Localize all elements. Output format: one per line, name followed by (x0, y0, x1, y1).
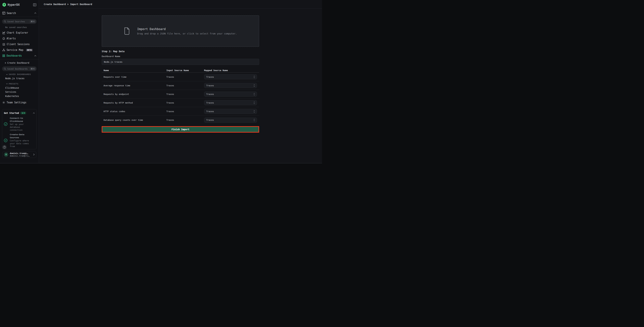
table-row: Requests by HTTP method Traces Traces (102, 98, 259, 107)
select-chevrons-icon (254, 119, 255, 121)
gear-icon (2, 101, 5, 104)
finish-import-button[interactable]: Finish Import (102, 127, 258, 132)
table-header-row: Name Input Source Name Mapped Source Nam… (102, 68, 259, 73)
breadcrumb: Create Dashboard > Import Dashboard (39, 0, 322, 8)
select-chevrons-icon (254, 76, 255, 78)
command-icon (31, 20, 32, 22)
dashboard-name-input[interactable]: Node.js traces (102, 59, 259, 65)
user-menu[interactable]: D dominic.tran@c… dominic.tran@cli… (2, 151, 36, 158)
get-started-title: Get Started (4, 112, 19, 114)
bell-icon (2, 37, 5, 40)
import-dashboard-page: Import Dashboard Drag and drop a JSON fi… (39, 8, 322, 164)
mapped-source-select[interactable]: Traces (204, 118, 257, 122)
input-source-name: Traces (166, 110, 204, 113)
select-chevrons-icon (254, 102, 255, 104)
sidebar-section-search[interactable]: Search (0, 10, 39, 17)
presets-group[interactable]: PRESETS (0, 82, 39, 86)
table-row: Requests by endpoint Traces Traces (102, 90, 259, 98)
sidebar-item-dashboards[interactable]: Dashboards (0, 53, 39, 58)
command-icon (31, 68, 32, 70)
mapped-source-select[interactable]: Traces (204, 109, 257, 114)
user-name: dominic.tran@c… (10, 152, 32, 155)
dashboards-icon (2, 54, 5, 57)
sidebar-item-service-map[interactable]: Service Map BETA (0, 47, 39, 53)
search-icon (4, 20, 6, 23)
saved-searches-input[interactable]: Saved Searches K (2, 19, 37, 24)
file-icon (124, 27, 130, 35)
dashboard-name-label: Dashboard Name (102, 55, 259, 58)
select-chevrons-icon (254, 84, 255, 87)
avatar: D (4, 152, 8, 157)
preset-kubernetes[interactable]: Kubernetes (0, 94, 39, 98)
user-email: dominic.tran@cli… (10, 155, 32, 157)
chevron-down-icon (6, 74, 8, 75)
input-source-name: Traces (166, 119, 204, 121)
beta-badge: BETA (26, 49, 32, 51)
breadcrumb-create-dashboard[interactable]: Create Dashboard (44, 3, 66, 6)
column-header-name: Name (104, 69, 166, 72)
chevron-up-icon (34, 55, 36, 56)
dropzone-texts: Import Dashboard Drag and drop a JSON fi… (137, 27, 237, 35)
breadcrumb-import-dashboard[interactable]: Import Dashboard (70, 3, 92, 6)
table-row: Requests over time Traces Traces (102, 73, 259, 81)
input-source-name: Traces (166, 93, 204, 96)
get-started-progress-badge: 3/3 (20, 112, 26, 114)
mapped-source-select[interactable]: Traces (204, 100, 257, 105)
breadcrumb-separator: > (67, 3, 68, 6)
plus-icon: + (5, 62, 6, 64)
mapped-source-select[interactable]: Traces (204, 74, 257, 80)
action-highlight-box: Finish Import (102, 126, 259, 132)
json-file-dropzone[interactable]: Import Dashboard Drag and drop a JSON fi… (102, 15, 259, 47)
hyperdx-logo-icon (2, 3, 6, 7)
input-source-name: Traces (166, 84, 204, 87)
preset-clickhouse[interactable]: ClickHouse (0, 86, 39, 90)
get-started-item[interactable]: Create Data Sources Configure where your… (4, 133, 35, 148)
preset-services[interactable]: Services (0, 90, 39, 94)
sidebar-item-alerts[interactable]: Alerts (0, 36, 39, 42)
chart-explorer-icon (2, 32, 5, 34)
sidebar-item-chart-explorer[interactable]: Chart Explorer (0, 30, 39, 36)
select-chevrons-icon (254, 110, 255, 113)
create-dashboard-button[interactable]: + Create Dashboard (0, 59, 39, 66)
collapse-sidebar-icon[interactable] (33, 4, 36, 6)
chart-name: Average response time (104, 84, 166, 87)
chart-name: HTTP status codes (104, 110, 166, 113)
chart-name: Requests by endpoint (104, 93, 166, 96)
question-mark-icon (3, 146, 6, 149)
saved-searches-placeholder: Saved Searches (7, 20, 28, 23)
app-title: HyperDX (8, 3, 32, 6)
logo-row: HyperDX (0, 0, 39, 10)
chevron-down-icon (6, 83, 8, 84)
get-started-header[interactable]: Get Started 3/3 (4, 111, 35, 115)
step-title: Step 2: Map Data (102, 50, 259, 53)
sidebar-item-team-settings[interactable]: Team Settings (0, 100, 39, 106)
check-circle-icon (4, 139, 8, 142)
saved-dashboards-input[interactable]: Saved Dashboards K (2, 66, 37, 71)
shortcut-badge: K (30, 68, 36, 70)
help-button[interactable] (2, 145, 7, 150)
column-header-input-source: Input Source Name (166, 69, 204, 72)
chevron-up-icon[interactable] (33, 112, 35, 114)
horizontal-scrollbar[interactable] (0, 163, 322, 164)
mapped-source-select[interactable]: Traces (204, 92, 257, 96)
search-icon (4, 68, 6, 70)
table-row: Database query counts over time Traces T… (102, 116, 259, 124)
task-title: Create Data Sources (10, 133, 30, 139)
hyperdx-app: HyperDX Search Saved Searches K (0, 0, 322, 164)
sidebar-item-client-sessions[interactable]: Client Sessions (0, 42, 39, 47)
get-started-item[interactable]: Connect to ClickHouse Set up your databa… (4, 117, 35, 132)
no-saved-searches-text: No saved searches (5, 26, 39, 28)
task-description: Set up your database connection (10, 123, 30, 132)
dropzone-title: Import Dashboard (137, 27, 237, 31)
shortcut-badge: K (30, 20, 36, 23)
column-header-mapped-source: Mapped Source Name (204, 69, 259, 72)
saved-dashboards-group[interactable]: SAVED DASHBOARDS (0, 72, 39, 76)
table-row: HTTP status codes Traces Traces (102, 107, 259, 116)
search-section-label: Search (7, 12, 16, 15)
saved-dashboard-nodejs-traces[interactable]: Node.js traces (0, 76, 39, 80)
task-description: Configure where your data comes from (10, 139, 30, 148)
table-row: Average response time Traces Traces (102, 81, 259, 90)
input-source-name: Traces (166, 102, 204, 104)
mapped-source-select[interactable]: Traces (204, 83, 257, 88)
get-started-card: Get Started 3/3 Connect to ClickHouse Se… (2, 109, 37, 149)
